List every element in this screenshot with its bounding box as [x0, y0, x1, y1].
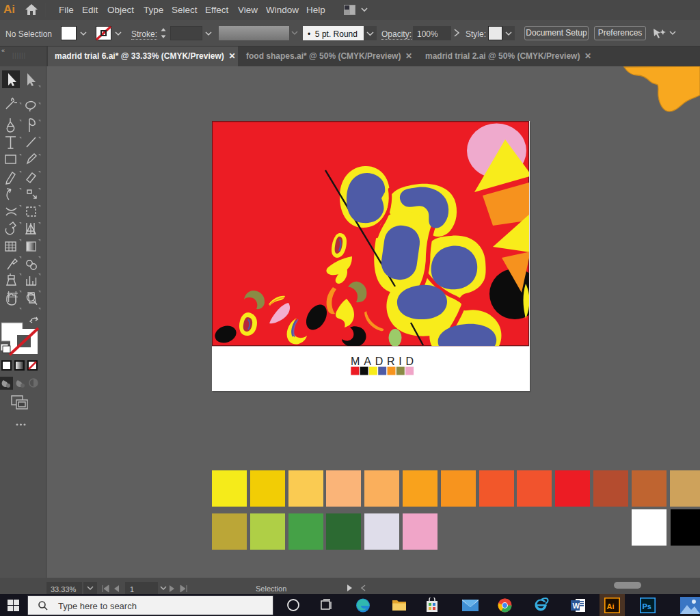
svg-text:Ai: Ai: [607, 602, 615, 611]
svg-text:MADRID: MADRID: [351, 356, 418, 367]
svg-text:W: W: [573, 602, 580, 610]
svg-text:Ps: Ps: [643, 602, 651, 611]
